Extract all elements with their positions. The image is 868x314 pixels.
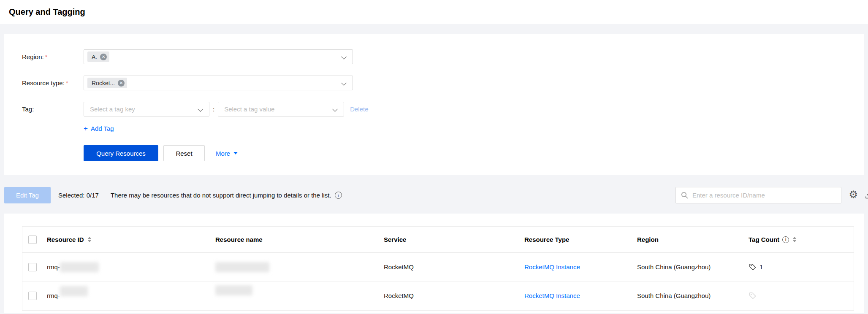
search-icon [681, 192, 688, 199]
resource-id-prefix: rmq- [47, 263, 60, 271]
resource-type-chip: Rocket... ✕ [87, 78, 127, 88]
search-input[interactable] [688, 192, 841, 199]
chevron-down-icon [332, 106, 338, 112]
region-label-text: Region: [22, 53, 44, 60]
chevron-down-icon [341, 54, 347, 60]
header-resource-name: Resource name [215, 236, 263, 243]
tag-icon [749, 292, 757, 300]
tag-separator: : [213, 102, 214, 116]
header-resource-type: Resource Type [524, 236, 569, 243]
service-cell: RocketMQ [384, 292, 414, 299]
resource-type-label-text: Resource type: [22, 79, 65, 87]
form-actions: Query Resources Reset More [84, 145, 864, 161]
redacted-resource-name [215, 285, 252, 295]
region-select[interactable]: A. ✕ [84, 49, 353, 64]
row-checkbox[interactable] [28, 263, 37, 271]
resource-type-label: Resource type:* [22, 76, 84, 91]
tag-icon [749, 263, 757, 271]
chevron-down-icon [198, 106, 203, 112]
tag-count-info-icon[interactable]: i [782, 236, 789, 243]
tag-label: Tag: [22, 102, 84, 116]
remove-resource-type-chip-icon[interactable]: ✕ [118, 80, 125, 87]
tag-row: Tag: Select a tag key : Select a tag val… [22, 102, 864, 116]
download-icon[interactable] [864, 190, 868, 200]
resource-type-chip-label: Rocket... [92, 80, 115, 87]
resource-type-select[interactable]: Rocket... ✕ [84, 76, 353, 90]
info-icon[interactable]: i [335, 192, 342, 199]
add-tag-label: Add Tag [91, 125, 114, 132]
results-toolbar: Edit Tag Selected: 0/17 There may be res… [4, 187, 864, 203]
region-row: Region:* A. ✕ [22, 49, 864, 65]
resource-id-prefix: rmq- [47, 292, 60, 299]
reset-button[interactable]: Reset [163, 145, 205, 161]
header-tag-count: Tag Count [749, 236, 779, 243]
required-asterisk: * [66, 80, 68, 87]
add-tag-button[interactable]: + Add Tag [84, 125, 114, 132]
remove-region-chip-icon[interactable]: ✕ [100, 54, 107, 60]
page-header: Query and Tagging [0, 0, 868, 24]
chevron-down-icon [341, 80, 347, 86]
region-cell: South China (Guangzhou) [637, 263, 711, 271]
region-chip: A. ✕ [87, 51, 109, 62]
resource-type-row: Resource type:* Rocket... ✕ [22, 76, 864, 91]
more-label: More [216, 150, 230, 157]
table-row: rmq- RocketMQ RocketMQ Instance South Ch… [22, 282, 854, 310]
region-cell: South China (Guangzhou) [637, 292, 711, 299]
redacted-resource-name [215, 262, 269, 272]
add-tag-row: + Add Tag [84, 125, 864, 133]
resource-search [675, 187, 841, 203]
header-region: Region [637, 236, 659, 243]
query-resources-button[interactable]: Query Resources [84, 145, 158, 161]
row-checkbox[interactable] [28, 292, 37, 300]
header-service: Service [384, 236, 406, 243]
header-resource-id: Resource ID [47, 236, 84, 243]
sort-resource-id-icon[interactable] [88, 237, 91, 242]
tag-value-select[interactable]: Select a tag value [218, 102, 344, 116]
region-label: Region:* [22, 49, 84, 65]
sort-tag-count-icon[interactable] [793, 237, 796, 242]
table-header-row: Resource ID Resource name Service Resour… [22, 227, 854, 253]
table-row: rmq- RocketMQ RocketMQ Instance South Ch… [22, 253, 854, 282]
edit-tag-button[interactable]: Edit Tag [4, 187, 51, 203]
resources-table: Resource ID Resource name Service Resour… [22, 226, 854, 311]
selected-count: Selected: 0/17 [58, 192, 99, 199]
gear-icon[interactable]: ⚙ [849, 189, 858, 200]
resource-type-link[interactable]: RocketMQ Instance [524, 292, 580, 299]
plus-icon: + [84, 125, 88, 132]
redacted-resource-id [60, 262, 99, 272]
results-panel: Resource ID Resource name Service Resour… [4, 214, 864, 313]
more-button[interactable]: More [216, 150, 238, 157]
required-asterisk: * [45, 54, 47, 60]
query-form: Region:* A. ✕ Resource type:* Rocket... … [4, 34, 864, 175]
tag-label-text: Tag: [22, 106, 34, 113]
service-cell: RocketMQ [384, 263, 414, 271]
tag-key-placeholder: Select a tag key [90, 106, 135, 113]
region-chip-label: A. [92, 54, 97, 60]
resource-type-link[interactable]: RocketMQ Instance [524, 263, 580, 271]
notice-text: There may be resources that do not suppo… [111, 192, 331, 199]
tag-count-value: 1 [760, 263, 763, 271]
select-all-checkbox[interactable] [28, 236, 37, 244]
page-title: Query and Tagging [9, 7, 85, 17]
caret-down-icon [233, 152, 238, 154]
delete-tag-button[interactable]: Delete [350, 102, 368, 116]
redacted-resource-id [60, 286, 88, 296]
tag-key-select[interactable]: Select a tag key [84, 102, 209, 116]
tag-value-placeholder: Select a tag value [224, 106, 274, 113]
